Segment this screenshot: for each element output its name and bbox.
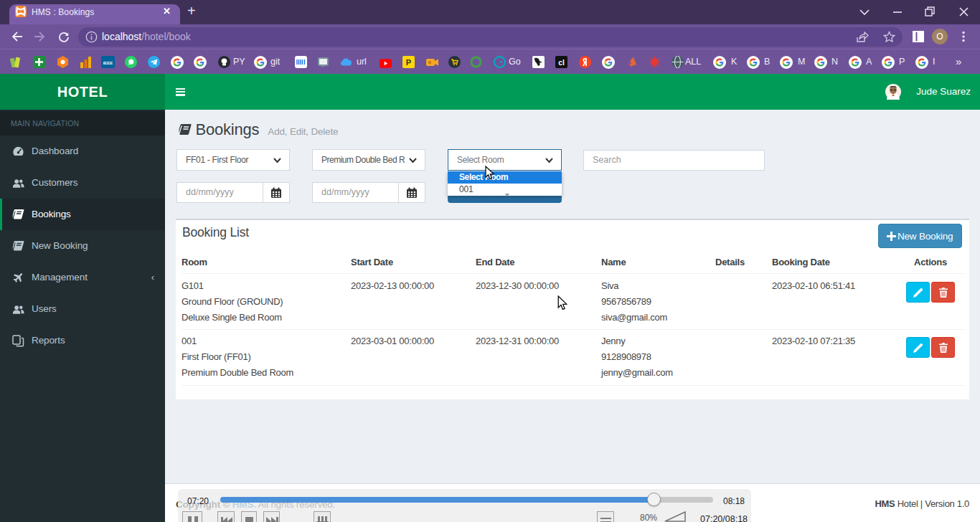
- svg-text:P: P: [406, 58, 411, 67]
- svg-text:cl: cl: [558, 59, 565, 67]
- svg-text:IEEE: IEEE: [103, 61, 113, 65]
